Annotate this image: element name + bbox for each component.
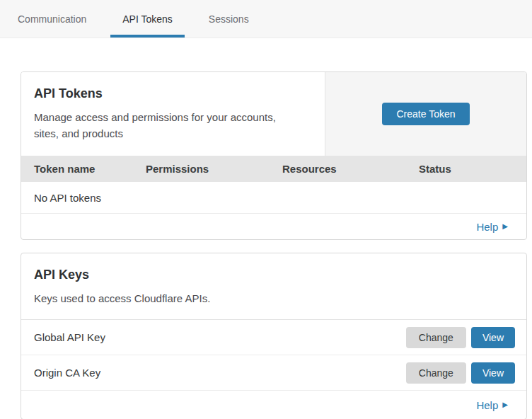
keys-help-label: Help bbox=[476, 399, 498, 411]
tokens-table-header: Token name Permissions Resources Status bbox=[21, 156, 526, 182]
api-tokens-card: API Tokens Manage access and permissions… bbox=[21, 71, 527, 240]
api-tokens-title: API Tokens bbox=[34, 86, 312, 101]
api-tokens-card-header: API Tokens Manage access and permissions… bbox=[21, 72, 526, 156]
create-token-button[interactable]: Create Token bbox=[382, 103, 469, 125]
tab-communication[interactable]: Communication bbox=[6, 0, 98, 38]
change-global-api-key-button[interactable]: Change bbox=[406, 327, 466, 348]
api-tokens-description: Manage access and permissions for your a… bbox=[34, 109, 303, 142]
page-content: API Tokens Manage access and permissions… bbox=[0, 38, 532, 419]
api-keys-description: Keys used to access Cloudflare APIs. bbox=[34, 290, 303, 306]
api-tokens-card-header-text: API Tokens Manage access and permissions… bbox=[21, 72, 325, 156]
column-resources: Resources bbox=[282, 163, 419, 175]
api-tokens-card-actions: Create Token bbox=[325, 72, 526, 156]
keys-help-row: Help ▶ bbox=[21, 391, 526, 419]
column-token-name: Token name bbox=[34, 163, 146, 175]
api-key-row-origin-ca: Origin CA Key Change View bbox=[21, 355, 526, 391]
tab-bar: Communication API Tokens Sessions bbox=[0, 0, 532, 38]
api-key-row-global: Global API Key Change View bbox=[21, 320, 526, 355]
help-arrow-icon: ▶ bbox=[502, 223, 508, 230]
tab-sessions[interactable]: Sessions bbox=[197, 0, 261, 38]
column-status: Status bbox=[419, 163, 526, 175]
tab-api-tokens[interactable]: API Tokens bbox=[110, 0, 185, 38]
view-global-api-key-button[interactable]: View bbox=[471, 327, 515, 348]
help-arrow-icon: ▶ bbox=[502, 401, 508, 408]
api-keys-card: API Keys Keys used to access Cloudflare … bbox=[21, 253, 527, 419]
tokens-empty-message: No API tokens bbox=[34, 192, 101, 204]
view-origin-ca-key-button[interactable]: View bbox=[471, 362, 515, 384]
api-keys-card-header: API Keys Keys used to access Cloudflare … bbox=[21, 253, 526, 320]
api-key-name: Origin CA Key bbox=[34, 367, 406, 379]
tokens-help-row: Help ▶ bbox=[21, 214, 526, 239]
tokens-empty-row: No API tokens bbox=[21, 182, 526, 214]
column-permissions: Permissions bbox=[146, 163, 282, 175]
tokens-help-link[interactable]: Help ▶ bbox=[476, 221, 508, 233]
change-origin-ca-key-button[interactable]: Change bbox=[406, 362, 466, 384]
tokens-help-label: Help bbox=[476, 221, 498, 233]
api-keys-title: API Keys bbox=[34, 268, 514, 282]
api-key-name: Global API Key bbox=[34, 331, 406, 343]
keys-help-link[interactable]: Help ▶ bbox=[476, 399, 508, 411]
